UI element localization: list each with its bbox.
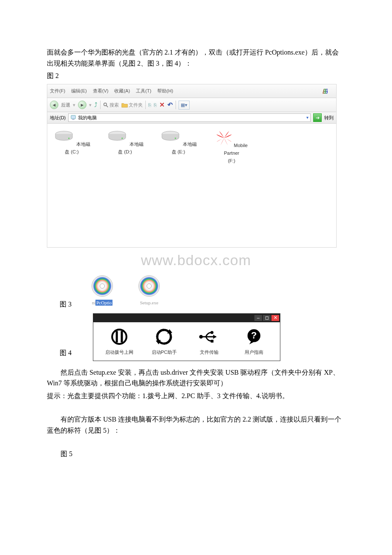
svg-point-5 [68, 138, 69, 139]
svg-point-9 [175, 138, 176, 139]
address-value: 我的电脑 [78, 114, 97, 122]
file-setup[interactable]: Setup.exe [132, 275, 166, 307]
file-pcoptions[interactable]: niPcOptio [85, 275, 119, 307]
hard-disk-icon [53, 130, 75, 143]
maximize-button[interactable]: ◻ [263, 315, 271, 321]
svg-point-7 [121, 138, 123, 139]
cd-icon [92, 275, 113, 297]
paragraph-22beta: 有的官方版本 USB 连接电脑看不到华为标志的，比如官方的 2.2 测试版，连接… [47, 414, 345, 436]
svg-point-15 [210, 331, 213, 334]
svg-point-10 [112, 330, 127, 344]
svg-rect-3 [72, 119, 75, 120]
svg-rect-11 [115, 331, 118, 343]
menu-edit[interactable]: 编辑(E) [71, 87, 87, 95]
explorer-content: 本地磁盘 (C:) 本地磁盘 (D:) 本地磁盘 (E:) [47, 124, 336, 247]
svg-rect-2 [71, 116, 76, 119]
drive-c[interactable]: 本地磁盘 (C:) [52, 130, 92, 243]
back-button[interactable]: ◄ [50, 101, 58, 109]
huawei-icon [216, 130, 233, 145]
close-button[interactable]: ✕ [271, 315, 279, 321]
go-button[interactable]: ➔ [313, 113, 322, 122]
option-guide[interactable]: ? 用户指南 [235, 328, 273, 356]
delete-button[interactable]: ✕ [159, 100, 165, 110]
hard-disk-icon [160, 130, 181, 143]
option-filetransfer[interactable]: 文件传输 [190, 328, 228, 356]
svg-rect-12 [121, 331, 123, 343]
up-button[interactable]: ⤴ [94, 100, 98, 110]
dialup-icon [110, 328, 128, 346]
svg-rect-16 [210, 340, 213, 342]
back-label: 后退 [61, 101, 70, 109]
sync-icon [155, 328, 173, 346]
windows-flag-icon: ⊞ [322, 86, 328, 97]
cd-icon [138, 275, 160, 297]
fig4-label: 图 4 [60, 347, 72, 358]
explorer-toolbar: ◄ 后退 ▾ ► ▾ ⤴ 搜索 文件夹 ⎘ ⎘ ✕ ↶ ▦▾ [47, 98, 336, 112]
intro-paragraph: 面就会多一个华为图标的光盘（官方的 2.1 才有的），双击（或打开运行 PcOp… [47, 47, 345, 69]
copy-to-icon[interactable]: ⎘ [154, 101, 157, 109]
address-label: 地址(D) [50, 114, 66, 122]
go-label: 转到 [324, 114, 334, 122]
paragraph-setup: 然后点击 Setup.exe 安装，再点击 usb.driver 文件夹安装 U… [47, 367, 345, 389]
folders-button[interactable]: 文件夹 [121, 101, 143, 109]
menu-file[interactable]: 文件(F) [50, 87, 65, 95]
watermark: www.bdocx.com [47, 249, 345, 272]
svg-point-0 [104, 103, 107, 106]
explorer-window: 文件(F) 编辑(E) 查看(V) 收藏(A) 工具(T) 帮助(H) ⊞ ◄ … [47, 84, 337, 248]
drive-e[interactable]: 本地磁盘 (E:) [158, 130, 199, 243]
undo-button[interactable]: ↶ [167, 100, 173, 110]
explorer-menubar: 文件(F) 编辑(E) 查看(V) 收藏(A) 工具(T) 帮助(H) ⊞ [47, 84, 336, 98]
window-titlebar: – ◻ ✕ [93, 314, 280, 322]
fig5-label: 图 5 [61, 448, 345, 460]
menu-view[interactable]: 查看(V) [93, 87, 109, 95]
search-button[interactable]: 搜索 [103, 101, 119, 109]
help-icon: ? [245, 328, 263, 346]
views-button[interactable]: ▦▾ [179, 101, 190, 110]
computer-icon [70, 115, 76, 121]
address-dropdown-icon[interactable]: ▾ [306, 114, 308, 121]
paragraph-hint: 提示：光盘主要提供四个功能：1.拨号上网、2.PC 助手、3 文件传输、4.说明… [47, 390, 345, 402]
hard-disk-icon [107, 130, 128, 143]
drive-f-mobile-partner[interactable]: Mobile Partner (F:) [211, 130, 252, 243]
menu-fav[interactable]: 收藏(A) [114, 87, 130, 95]
option-dialup[interactable]: 启动拨号上网 [100, 328, 138, 356]
explorer-addressbar: 地址(D) 我的电脑 ▾ ➔ 转到 [47, 112, 336, 124]
option-pcsuite[interactable]: 启动PC助手 [145, 328, 183, 356]
fig2-label: 图 2 [47, 70, 345, 81]
svg-line-1 [106, 105, 108, 107]
minimize-button[interactable]: – [254, 315, 262, 321]
pcoptions-window: – ◻ ✕ 启动拨号上网 启动PC助手 [93, 313, 280, 361]
menu-help[interactable]: 帮助(H) [157, 87, 173, 95]
address-field[interactable]: 我的电脑 ▾ [68, 113, 311, 122]
menu-tools[interactable]: 工具(T) [136, 87, 151, 95]
drive-d[interactable]: 本地磁盘 (D:) [105, 130, 145, 243]
usb-icon [199, 330, 220, 344]
forward-button[interactable]: ► [78, 101, 86, 109]
svg-text:?: ? [251, 330, 257, 341]
move-to-icon[interactable]: ⎘ [148, 101, 151, 109]
